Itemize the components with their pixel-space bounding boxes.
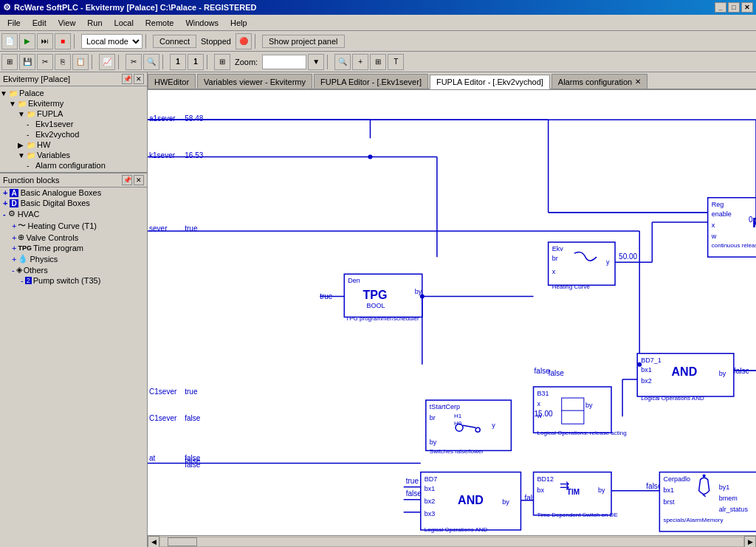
scroll-track[interactable]: [159, 537, 744, 547]
fb-title: Function blocks: [3, 176, 59, 185]
tb2-btn1[interactable]: ⊞: [1, 54, 18, 70]
window-controls[interactable]: _ □ ✕: [715, 2, 753, 13]
show-panel-button[interactable]: Show project panel: [262, 35, 345, 48]
tb2-num1[interactable]: 1: [170, 54, 186, 70]
menu-run[interactable]: Run: [81, 17, 108, 29]
tb2-grid[interactable]: ⊞: [214, 54, 230, 70]
connect-button[interactable]: Connect: [153, 35, 196, 48]
tree-alarm-config[interactable]: - Alarm configuration: [0, 160, 147, 171]
tb2-num2[interactable]: 1: [188, 54, 204, 70]
stop-button[interactable]: ■: [55, 33, 71, 49]
expand-fupla[interactable]: ▼: [18, 110, 27, 118]
menu-windows[interactable]: Windows: [179, 17, 224, 29]
tb2-table[interactable]: ⊞: [370, 54, 386, 70]
bd7-bx2: bx2: [425, 498, 436, 505]
fb-pin-btn[interactable]: 📌: [122, 175, 132, 185]
fupla-svg: a1sever k1sever sever C1sever C1sever at…: [148, 90, 756, 535]
sep5: [118, 55, 123, 69]
label-a1sever: a1sever: [149, 114, 176, 123]
fb-pump-switch[interactable]: - 2 Pump switch (T35): [0, 275, 147, 286]
menu-file[interactable]: File: [1, 17, 27, 29]
tab-alarms-config[interactable]: Alarms configuration ✕: [551, 74, 647, 89]
scroll-right-btn[interactable]: ▶: [744, 536, 756, 548]
tb2-btn5[interactable]: 📋: [72, 54, 89, 70]
fb-others[interactable]: - ◈ Others: [0, 264, 147, 275]
fb-physics[interactable]: + 💧 Physics: [0, 253, 147, 264]
tree-palace[interactable]: ▼ 📁 Palace: [0, 88, 147, 98]
tree-variables[interactable]: ▼ 📁 Variables: [0, 150, 147, 160]
menu-view[interactable]: View: [52, 17, 82, 29]
tree-ekvitermy[interactable]: ▼ 📁 Ekvitermy: [0, 98, 147, 109]
menu-local[interactable]: Local: [109, 17, 140, 29]
tb2-btn2[interactable]: 💾: [19, 54, 35, 70]
toolbar-2: ⊞ 💾 ✂ ⎘ 📋 📈 ✂ 🔍 1 1 ⊞ Zoom: ▼ 🔍 + ⊞ T: [0, 52, 756, 72]
diagram-canvas[interactable]: a1sever k1sever sever C1sever C1sever at…: [148, 90, 756, 535]
fb-time-program[interactable]: + TPG Time program: [0, 243, 147, 253]
tree-pin-btn[interactable]: 📌: [122, 74, 132, 84]
tree-close-btn[interactable]: ✕: [134, 74, 144, 84]
val-58: 58.48: [185, 114, 204, 123]
fb-hvac[interactable]: - ⚙ HVAC: [0, 208, 147, 219]
menu-help[interactable]: Help: [224, 17, 253, 29]
exp-ekv2[interactable]: -: [27, 131, 35, 139]
tree-ekv1sever[interactable]: - Ekv1sever: [0, 119, 147, 129]
maximize-button[interactable]: □: [728, 2, 740, 13]
tree-ekv2vychod[interactable]: - Ekv2vychod: [0, 129, 147, 140]
tab-fupla-ekv1sever[interactable]: FUPLA Editor - [.Ekv1sever]: [314, 74, 428, 89]
tab-variables-viewer[interactable]: Variables viewer - Ekvitermy: [197, 74, 312, 89]
exp-ekv1[interactable]: -: [27, 120, 35, 128]
dot2: [420, 294, 425, 298]
menu-edit[interactable]: Edit: [27, 17, 52, 29]
bd12-name: BD12: [537, 475, 554, 483]
cerpadlo-bx1: bx1: [663, 486, 674, 494]
fb-basic-digital[interactable]: + D Basic Digital Boxes: [0, 198, 147, 208]
fb-hvac-label: HVAC: [18, 210, 40, 219]
val-16: 16.53: [185, 151, 204, 159]
play-button[interactable]: ▶: [19, 33, 35, 49]
bd7-annotation: Logical Operations AND: [425, 526, 488, 533]
horizontal-scrollbar[interactable]: ◀ ▶: [148, 535, 756, 547]
tb2-search[interactable]: 🔍: [143, 54, 159, 70]
fb-heating-curve[interactable]: + 〜 Heating Curve (T1): [0, 219, 147, 232]
tree-fupla-label: FUPLA: [37, 109, 63, 118]
tb2-text[interactable]: T: [388, 54, 404, 70]
close-button[interactable]: ✕: [741, 2, 753, 13]
fb-header: Function blocks 📌 ✕: [0, 173, 147, 188]
zoom-input[interactable]: [262, 55, 306, 69]
fb-close-btn[interactable]: ✕: [134, 175, 144, 185]
tb2-btn4[interactable]: ⎘: [55, 54, 71, 70]
tab-hweditor[interactable]: HWEditor: [148, 74, 196, 89]
exp-hw[interactable]: ▶: [18, 141, 27, 149]
scroll-thumb[interactable]: [168, 537, 197, 546]
folder-icon: 📁: [9, 89, 19, 97]
fb-pump-label: Pump switch (T35): [33, 276, 101, 285]
expand-ekvitermy[interactable]: ▼: [9, 100, 18, 108]
zoom-dropdown[interactable]: ▼: [308, 54, 324, 70]
fb-time-label: Time program: [33, 244, 83, 252]
tree-fupla[interactable]: ▼ 📁 FUPLA: [0, 109, 147, 119]
tab-fupla-ekv2vychod[interactable]: FUPLA Editor - [.Ekv2vychod]: [430, 75, 550, 89]
tb2-btn3[interactable]: ✂: [37, 54, 53, 70]
tb2-cut[interactable]: ✂: [126, 54, 142, 70]
ekv-sublabel: Heating Curve: [552, 283, 591, 290]
sep7: [207, 55, 211, 69]
minimize-button[interactable]: _: [715, 2, 726, 13]
sep4: [92, 55, 96, 69]
step-button[interactable]: ⏭: [37, 33, 53, 49]
mode-dropdown[interactable]: Local mode: [81, 34, 142, 49]
exp-vars[interactable]: ▼: [18, 151, 27, 159]
menu-remote[interactable]: Remote: [140, 17, 180, 29]
fb-valve-controls[interactable]: + ⊕ Valve Controls: [0, 232, 147, 243]
tb2-plus[interactable]: +: [352, 54, 368, 70]
tree-hw[interactable]: ▶ 📁 HW: [0, 140, 147, 150]
exp-alarm[interactable]: -: [27, 162, 35, 170]
tb2-search2[interactable]: 🔍: [334, 54, 351, 70]
b31-annotation: Logical Operations: release acting: [537, 430, 627, 436]
new-button[interactable]: 📄: [1, 33, 18, 49]
fb-physics-label: Physics: [30, 255, 58, 264]
tb2-chart[interactable]: 📈: [99, 54, 115, 70]
fb-basic-analogue[interactable]: + A Basic Analogue Boxes: [0, 188, 147, 198]
tab-close-btn[interactable]: ✕: [635, 78, 641, 86]
expand-palace[interactable]: ▼: [0, 89, 9, 97]
scroll-left-btn[interactable]: ◀: [148, 536, 159, 548]
